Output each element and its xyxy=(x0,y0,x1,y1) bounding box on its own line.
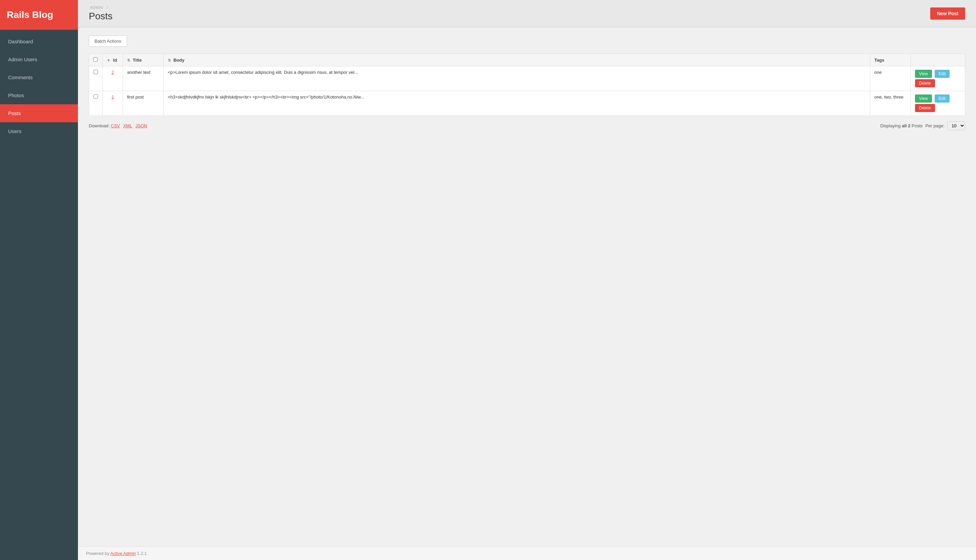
th-actions xyxy=(911,54,965,67)
page-title: Posts xyxy=(89,11,112,22)
id-sort-icon: ▼ xyxy=(107,58,110,62)
row1-body-cell: <p>Lorem ipsum dolor sit amet, consectet… xyxy=(164,67,870,91)
row1-actions-cell: View Edit Delete xyxy=(911,67,965,91)
body-sort-icon: ⇅ xyxy=(168,58,171,62)
row2-action-row: View Edit xyxy=(915,95,961,103)
xml-link[interactable]: XML xyxy=(123,123,132,128)
th-body[interactable]: ⇅ Body xyxy=(164,54,870,67)
breadcrumb-separator: / xyxy=(107,5,109,10)
active-admin-link[interactable]: Active Admin xyxy=(110,551,136,556)
powered-by-text: Powered by xyxy=(86,551,109,556)
row2-checkbox-cell xyxy=(89,91,103,116)
row2-actions-cell: View Edit Delete xyxy=(911,91,965,116)
sidebar-item-admin-users[interactable]: Admin Users xyxy=(0,50,78,68)
title-sort-icon: ⇅ xyxy=(127,58,130,62)
select-all-checkbox[interactable] xyxy=(93,57,98,62)
th-title[interactable]: ⇅ Title xyxy=(123,54,164,67)
row1-checkbox-cell xyxy=(89,67,103,91)
row1-tags-cell: one xyxy=(870,67,911,91)
row2-delete-button[interactable]: Delete xyxy=(915,104,935,112)
table-header-row: ▼ Id ⇅ Title ⇅ Body Tags xyxy=(89,54,965,67)
sidebar-item-posts[interactable]: Posts xyxy=(0,104,78,122)
th-id-label: Id xyxy=(113,58,117,63)
row2-id-link[interactable]: 1 xyxy=(112,95,114,100)
th-title-label: Title xyxy=(133,58,142,63)
th-checkbox xyxy=(89,54,103,67)
per-page-select[interactable]: 10 25 50 xyxy=(947,121,965,130)
sidebar: Rails Blog Dashboard Admin Users Comment… xyxy=(0,0,78,560)
sidebar-item-dashboard[interactable]: Dashboard xyxy=(0,33,78,50)
display-text: Displaying all 2 Posts xyxy=(881,123,923,128)
breadcrumb-area: ADMIN / Posts xyxy=(89,5,112,22)
sidebar-item-comments[interactable]: Comments xyxy=(0,68,78,86)
breadcrumb: ADMIN / xyxy=(89,5,112,10)
per-page-label: Per page: xyxy=(926,123,944,128)
new-post-button[interactable]: New Post xyxy=(930,7,965,20)
app-footer: Powered by Active Admin 1.2.1 xyxy=(78,547,976,560)
row1-edit-button[interactable]: Edit xyxy=(935,70,950,78)
table-row: 2 another text <p>Lorem ipsum dolor sit … xyxy=(89,67,965,91)
row2-body-cell: <h3>skdjfnlvdkjfnv lskjn lk skjfnlskdjnv… xyxy=(164,91,870,116)
row2-view-button[interactable]: View xyxy=(915,95,932,103)
table-footer: Download: CSV XML JSON Displaying all 2 … xyxy=(89,121,965,130)
row2-title-cell: first post xyxy=(123,91,164,116)
json-link[interactable]: JSON xyxy=(135,123,147,128)
batch-actions-button[interactable]: Batch Actions xyxy=(89,35,127,47)
row1-id-link[interactable]: 2 xyxy=(112,70,114,75)
th-tags: Tags xyxy=(870,54,911,67)
main-content: ADMIN / Posts New Post Batch Actions xyxy=(78,0,976,560)
row1-action-row: View Edit xyxy=(915,70,961,78)
row1-checkbox[interactable] xyxy=(94,70,98,74)
app-logo[interactable]: Rails Blog xyxy=(0,0,78,30)
row2-tags-cell: one, two, three xyxy=(870,91,911,116)
posts-table: ▼ Id ⇅ Title ⇅ Body Tags xyxy=(89,53,965,116)
table-row: 1 first post <h3>skdjfnlvdkjfnv lskjn lk… xyxy=(89,91,965,116)
sidebar-item-photos[interactable]: Photos xyxy=(0,86,78,104)
row2-edit-button[interactable]: Edit xyxy=(935,95,950,103)
content-area: Batch Actions ▼ Id ⇅ Title xyxy=(78,27,976,547)
row2-checkbox[interactable] xyxy=(94,95,98,99)
download-label: Download: xyxy=(89,123,109,128)
csv-link[interactable]: CSV xyxy=(111,123,120,128)
sidebar-item-users[interactable]: Users xyxy=(0,122,78,140)
version-text: 1.2.1 xyxy=(137,551,147,556)
breadcrumb-admin[interactable]: ADMIN xyxy=(90,5,103,10)
th-id[interactable]: ▼ Id xyxy=(103,54,123,67)
page-header: ADMIN / Posts New Post xyxy=(78,0,976,27)
download-links: Download: CSV XML JSON xyxy=(89,123,149,128)
row2-id-cell: 1 xyxy=(103,91,123,116)
th-body-label: Body xyxy=(174,58,185,63)
row1-delete-button[interactable]: Delete xyxy=(915,79,935,87)
row1-view-button[interactable]: View xyxy=(915,70,932,78)
per-page-area: Displaying all 2 Posts Per page: 10 25 5… xyxy=(881,121,965,130)
row1-id-cell: 2 xyxy=(103,67,123,91)
sidebar-nav: Dashboard Admin Users Comments Photos Po… xyxy=(0,30,78,560)
row1-title-cell: another text xyxy=(123,67,164,91)
